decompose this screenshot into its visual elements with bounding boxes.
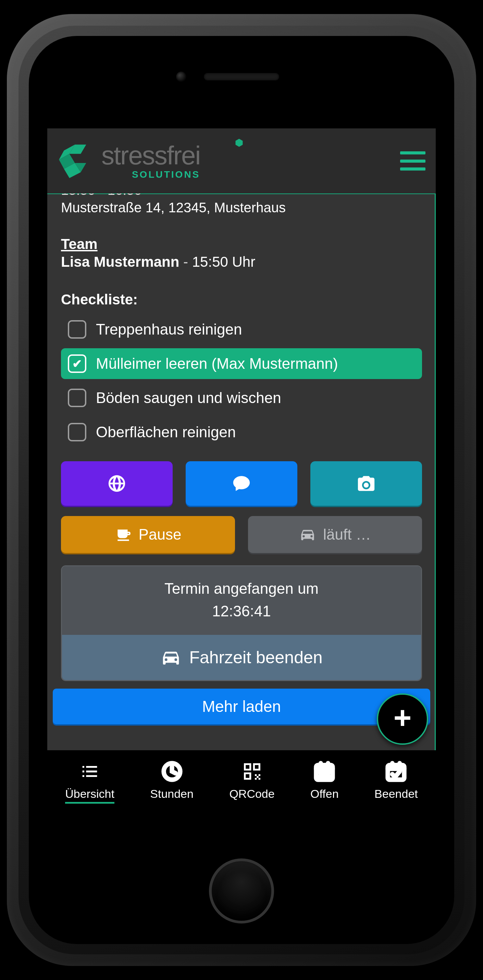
logo-mark-icon [53, 142, 98, 180]
address: Musterstraße 14, 12345, Musterhaus [61, 200, 422, 215]
scroll-content: Gebäude … Mustermann GmbH 15:50 - 16:50 … [47, 129, 436, 750]
pause-button[interactable]: Pause [61, 516, 235, 553]
hexagon-dot-icon [234, 138, 244, 148]
pause-label: Pause [139, 526, 182, 543]
nav-label: Beendet [375, 787, 418, 800]
running-label: läuft … [323, 526, 371, 543]
team-member-time: 15:50 Uhr [192, 254, 255, 270]
nav-label: Offen [310, 787, 339, 800]
checkbox-icon [68, 389, 86, 407]
end-drive-button[interactable]: Fahrzeit beenden [62, 635, 421, 680]
qrcode-icon [241, 760, 263, 783]
nav-qrcode[interactable]: QRCode [229, 760, 274, 800]
selection-frame [435, 193, 436, 751]
nav-done[interactable]: Beendet [375, 760, 418, 800]
checklist-item-label: Treppenhaus reinigen [96, 321, 242, 338]
svg-marker-0 [236, 139, 243, 146]
started-info: Termin angefangen um 12:36:41 [62, 566, 421, 635]
car-icon [160, 647, 182, 668]
calendar-check-icon [385, 760, 407, 783]
nav-label: Übersicht [65, 787, 115, 803]
plus-icon: + [394, 702, 412, 733]
checkbox-icon [68, 423, 86, 441]
nav-hours[interactable]: Stunden [150, 760, 193, 800]
load-more-label: Mehr laden [202, 697, 281, 716]
phone-bezel: Gebäude … Mustermann GmbH 15:50 - 16:50 … [29, 36, 454, 944]
earpiece-speaker [204, 73, 279, 81]
checklist-item-label: Mülleimer leeren (Max Mustermann) [96, 355, 338, 372]
brand-sub: SOLUTIONS [132, 170, 200, 180]
drive-running-button[interactable]: läuft … [248, 516, 422, 553]
phone-frame: Gebäude … Mustermann GmbH 15:50 - 16:50 … [7, 14, 476, 966]
clock-icon [161, 760, 183, 783]
globe-icon [107, 474, 127, 493]
team-heading: Team [61, 236, 422, 252]
checklist-item[interactable]: Oberflächen reinigen [61, 417, 422, 447]
menu-button[interactable] [400, 151, 426, 170]
list-icon [79, 760, 101, 783]
checkbox-icon [68, 320, 86, 339]
started-line: Termin angefangen um [65, 578, 418, 600]
end-drive-label: Fahrzeit beenden [189, 648, 322, 667]
checklist: Treppenhaus reinigen Mülleimer leeren (M… [61, 314, 422, 447]
team-member-name: Lisa Mustermann [61, 254, 179, 270]
home-button[interactable] [209, 858, 274, 923]
checklist-item[interactable]: Böden saugen und wischen [61, 382, 422, 413]
checklist-heading: Checkliste: [61, 291, 422, 308]
checklist-item-label: Böden saugen und wischen [96, 389, 281, 406]
app-screen: Gebäude … Mustermann GmbH 15:50 - 16:50 … [47, 129, 436, 845]
job-card: Gebäude … Mustermann GmbH 15:50 - 16:50 … [47, 142, 436, 681]
add-fab[interactable]: + [377, 694, 428, 745]
bottom-nav: Übersicht Stunden QRCode Offen [47, 750, 436, 845]
front-camera [176, 72, 187, 82]
action-button-row: Pause läuft … [61, 516, 422, 553]
brand-name: stressfrei [101, 142, 200, 169]
phone-frame-inner: Gebäude … Mustermann GmbH 15:50 - 16:50 … [19, 26, 464, 954]
checklist-item[interactable]: Mülleimer leeren (Max Mustermann) [61, 348, 422, 379]
started-time: 12:36:41 [65, 600, 418, 622]
car-icon [299, 526, 316, 543]
camera-button[interactable] [310, 461, 422, 506]
checkbox-icon [68, 355, 86, 373]
load-more-button[interactable]: Mehr laden [53, 689, 430, 724]
started-panel: Termin angefangen um 12:36:41 Fahrzeit b… [61, 565, 422, 681]
checklist-item-label: Oberflächen reinigen [96, 423, 236, 441]
brand-logo[interactable]: stressfrei SOLUTIONS [53, 142, 200, 180]
globe-button[interactable] [61, 461, 173, 506]
calendar-icon [314, 760, 335, 783]
checklist-item[interactable]: Treppenhaus reinigen [61, 314, 422, 345]
nav-label: Stunden [150, 787, 193, 800]
logo-text: stressfrei SOLUTIONS [101, 142, 200, 180]
camera-icon [356, 474, 376, 493]
nav-label: QRCode [229, 787, 274, 800]
coffee-icon [115, 526, 132, 543]
app-header: stressfrei SOLUTIONS [47, 129, 436, 194]
chat-button[interactable] [186, 461, 297, 506]
nav-overview[interactable]: Übersicht [65, 760, 115, 803]
team-member: Lisa Mustermann - 15:50 Uhr [61, 254, 422, 270]
icon-button-row [61, 461, 422, 506]
nav-open[interactable]: Offen [310, 760, 339, 800]
chat-icon [231, 474, 252, 493]
